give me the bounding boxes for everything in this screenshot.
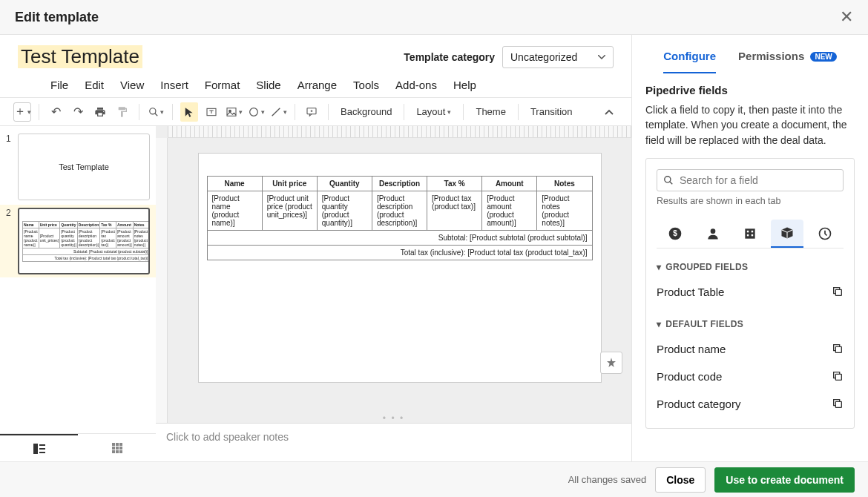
svg-rect-10 [39, 448, 45, 450]
thumb-number: 1 [6, 134, 13, 200]
menu-help[interactable]: Help [453, 79, 476, 91]
table-header[interactable]: Description [372, 177, 427, 191]
slide-thumbnail[interactable]: Test Template [18, 134, 150, 200]
line-icon[interactable]: ▾ [269, 102, 287, 122]
svg-rect-14 [119, 443, 122, 446]
svg-rect-32 [835, 290, 841, 296]
svg-rect-9 [39, 444, 45, 446]
speaker-notes[interactable]: Click to add speaker notes [156, 423, 631, 461]
svg-rect-19 [116, 450, 119, 453]
new-badge: NEW [810, 52, 836, 62]
background-button[interactable]: Background [336, 102, 396, 122]
svg-rect-13 [116, 443, 119, 446]
field-item[interactable]: Product code [657, 363, 844, 390]
layout-button[interactable]: Layout▾ [412, 102, 456, 122]
select-tool-icon[interactable] [180, 102, 198, 122]
menu-tools[interactable]: Tools [353, 79, 379, 91]
svg-rect-3 [227, 108, 236, 116]
redo-icon[interactable]: ↷ [69, 102, 87, 122]
table-header[interactable]: Unit price [262, 177, 317, 191]
svg-point-0 [149, 108, 155, 113]
svg-rect-17 [119, 447, 122, 450]
paint-format-icon[interactable] [114, 102, 131, 122]
print-icon[interactable] [91, 102, 109, 122]
section-grouped[interactable]: ▾ GROUPED FIELDS [657, 262, 844, 272]
menu-addons[interactable]: Add-ons [395, 79, 437, 91]
svg-rect-26 [745, 228, 754, 238]
transition-button[interactable]: Transition [526, 102, 577, 122]
menu-format[interactable]: Format [205, 79, 240, 91]
deal-tab-icon[interactable]: $ [659, 220, 691, 248]
footer-bar: All changes saved Close Use to create do… [0, 461, 868, 497]
undo-icon[interactable]: ↶ [47, 102, 65, 122]
svg-rect-33 [835, 347, 841, 353]
search-field[interactable] [680, 174, 837, 186]
activity-tab-icon[interactable] [809, 220, 841, 248]
use-to-create-button[interactable]: Use to create document [714, 467, 855, 493]
search-input[interactable] [657, 169, 844, 191]
svg-rect-30 [752, 234, 754, 237]
section-default[interactable]: ▾ DEFAULT FIELDS [657, 319, 844, 329]
table-subtotal[interactable]: Subtotal: [Product subtotal (product sub… [207, 231, 592, 246]
close-icon[interactable]: ✕ [840, 7, 853, 27]
product-table[interactable]: Name Unit price Quantity Description Tax… [207, 176, 593, 260]
horizontal-ruler [168, 126, 631, 138]
menu-arrange[interactable]: Arrange [297, 79, 337, 91]
organization-tab-icon[interactable] [734, 220, 766, 248]
filmstrip-view-icon[interactable] [0, 434, 78, 461]
copy-icon[interactable] [832, 343, 844, 355]
copy-icon[interactable] [832, 370, 844, 382]
comment-icon[interactable] [303, 102, 320, 122]
slide-canvas: Name Unit price Quantity Description Tax… [156, 126, 631, 461]
table-cell[interactable]: [Product unit price (product unit_prices… [262, 191, 317, 231]
explore-icon[interactable] [600, 352, 622, 374]
table-header[interactable]: Notes [537, 177, 592, 191]
notes-splitter[interactable]: • • • [156, 414, 631, 423]
sidebar-panel: Configure Permissions NEW Pipedrive fiel… [632, 35, 868, 461]
theme-button[interactable]: Theme [471, 102, 510, 122]
sidebar-tabs: Configure Permissions NEW [632, 35, 868, 73]
document-title[interactable]: Test Template [18, 45, 142, 68]
product-tab-icon[interactable] [771, 220, 803, 248]
field-item[interactable]: Product Table [657, 278, 844, 306]
svg-rect-12 [112, 443, 115, 446]
copy-icon[interactable] [832, 286, 844, 297]
table-cell[interactable]: [Product quantity (product quantity)] [317, 191, 372, 231]
table-cell[interactable]: [Product description (product descriptio… [372, 191, 427, 231]
shape-icon[interactable]: ▾ [247, 102, 265, 122]
field-item[interactable]: Product category [657, 390, 844, 418]
person-tab-icon[interactable] [697, 220, 729, 248]
new-slide-button[interactable]: ＋▾ [13, 102, 31, 122]
grid-view-icon[interactable] [78, 434, 156, 461]
table-cell[interactable]: [Product tax (product tax)] [427, 191, 482, 231]
category-select[interactable]: Uncategorized [502, 46, 614, 68]
menu-edit[interactable]: Edit [85, 79, 104, 91]
menu-view[interactable]: View [120, 79, 144, 91]
svg-point-5 [249, 108, 257, 116]
tab-configure[interactable]: Configure [663, 50, 716, 73]
table-cell[interactable]: [Product name (product name)] [207, 191, 262, 231]
image-icon[interactable]: ▾ [225, 102, 243, 122]
editor-pane: Test Template Template category Uncatego… [0, 35, 632, 461]
textbox-icon[interactable] [203, 102, 220, 122]
table-cell[interactable]: [Product amount (product amount)] [482, 191, 537, 231]
slide-thumbnail[interactable]: NameUnit priceQuantityDescriptionTax %Am… [18, 208, 150, 274]
menu-bar: File Edit View Insert Format Slide Arran… [0, 73, 631, 98]
svg-line-22 [670, 182, 673, 185]
table-cell[interactable]: [Product notes (product notes)] [537, 191, 592, 231]
menu-slide[interactable]: Slide [256, 79, 280, 91]
menu-insert[interactable]: Insert [160, 79, 188, 91]
slide-page[interactable]: Name Unit price Quantity Description Tax… [198, 153, 602, 383]
close-button[interactable]: Close [655, 467, 706, 493]
menu-file[interactable]: File [50, 79, 68, 91]
table-header[interactable]: Amount [482, 177, 537, 191]
table-header[interactable]: Tax % [427, 177, 482, 191]
table-total-tax[interactable]: Total tax (inclusive): [Product total ta… [207, 246, 592, 260]
collapse-toolbar-icon[interactable] [600, 102, 618, 122]
copy-icon[interactable] [832, 398, 844, 409]
tab-permissions[interactable]: Permissions NEW [738, 50, 837, 73]
table-header[interactable]: Quantity [317, 177, 372, 191]
zoom-icon[interactable]: ▾ [147, 102, 165, 122]
field-item[interactable]: Product name [657, 335, 844, 363]
table-header[interactable]: Name [207, 177, 262, 191]
